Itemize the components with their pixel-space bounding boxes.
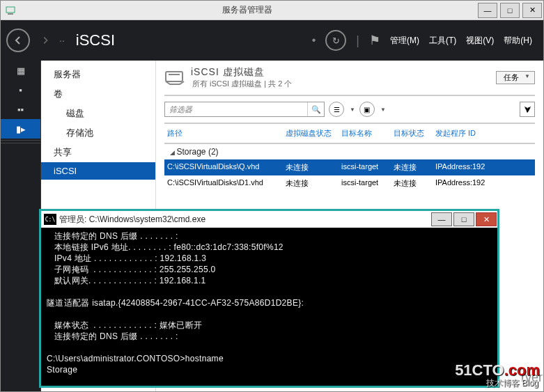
svg-rect-0 [6, 7, 15, 13]
chevron-down-icon: ▼ [380, 107, 386, 113]
cell-vstatus: 未连接 [283, 161, 339, 174]
nav-volumes[interactable]: 卷 [41, 84, 155, 104]
col-target[interactable]: 目标名称 [339, 127, 391, 140]
chevron-down-icon: ▼ [350, 107, 355, 113]
cell-target: iscsi-target [339, 177, 391, 190]
iscsi-table: 路径 虚拟磁盘状态 目标名称 目标状态 发起程序 ID Storage (2) … [164, 123, 535, 191]
cmd-maximize-button[interactable]: □ [453, 212, 474, 226]
breadcrumb-separator-icon: ·· [59, 35, 65, 46]
minimize-button[interactable]: — [478, 3, 497, 18]
flag-icon[interactable]: ⚑ [369, 33, 380, 48]
cell-path: C:\iSCSIVirtualDisks\D1.vhd [164, 177, 283, 190]
nav-iscsi[interactable]: iSCSI [41, 162, 155, 180]
svg-rect-1 [8, 13, 13, 15]
cmd-minimize-button[interactable]: — [431, 212, 452, 226]
cmd-output[interactable]: 连接特定的 DNS 后缀 . . . . . . . : 本地链接 IPv6 地… [41, 228, 497, 378]
col-path[interactable]: 路径 [164, 127, 283, 140]
file-storage-icon[interactable]: ▮▸ [1, 119, 40, 139]
nav-storage-pools[interactable]: 存储池 [41, 123, 155, 143]
section-subtitle: 所有 iSCSI 虚拟磁盘 | 共 2 个 [192, 79, 292, 89]
back-button[interactable] [6, 29, 30, 52]
tools-menu[interactable]: 工具(T) [429, 35, 456, 47]
close-button[interactable]: ✕ [522, 3, 542, 18]
svg-rect-2 [166, 72, 182, 81]
cell-vstatus: 未连接 [283, 177, 339, 190]
col-tstatus[interactable]: 目标状态 [391, 127, 433, 140]
section-icon [164, 70, 185, 86]
cell-path: C:\iSCSIVirtualDisks\Q.vhd [164, 161, 283, 174]
svg-rect-3 [169, 74, 180, 75]
section-title: iSCSI 虚拟磁盘 [191, 66, 292, 79]
local-server-icon[interactable]: ▪ [1, 80, 40, 100]
icon-bar: ▦ ▪ ▪▪ ▮▸ [1, 61, 41, 391]
filter-options-button[interactable]: ☰ [329, 102, 344, 117]
breadcrumb: iSCSI [76, 31, 115, 49]
cmd-icon: C:\ [44, 214, 56, 225]
tasks-dropdown[interactable]: 任务 [496, 71, 535, 84]
table-row[interactable]: C:\iSCSIVirtualDisks\Q.vhd 未连接 iscsi-tar… [164, 159, 535, 175]
breadcrumb-chevron-icon: • [312, 34, 316, 47]
filter-box: 🔍 [164, 102, 325, 117]
expand-button[interactable]: ⮟ [520, 102, 535, 117]
toolbar: 🔍 ☰▼ ▣▼ ⮟ [164, 95, 535, 117]
header-bar: ·· iSCSI • ↻ | ⚑ 管理(M) 工具(T) 视图(V) 帮助(H) [1, 20, 543, 61]
col-vstatus[interactable]: 虚拟磁盘状态 [283, 127, 339, 140]
manage-menu[interactable]: 管理(M) [390, 35, 419, 47]
group-header[interactable]: Storage (2) [164, 144, 535, 159]
separator-icon: | [356, 33, 359, 48]
save-query-button[interactable]: ▣ [359, 102, 375, 117]
nav-disks[interactable]: 磁盘 [41, 104, 155, 123]
forward-button[interactable] [38, 29, 52, 52]
table-row[interactable]: C:\iSCSIVirtualDisks\D1.vhd 未连接 iscsi-ta… [164, 175, 535, 191]
nav-servers[interactable]: 服务器 [41, 65, 155, 84]
watermark-sub: 技术博客 Blog [486, 377, 538, 389]
cmd-titlebar[interactable]: C:\ 管理员: C:\Windows\system32\cmd.exe — □… [41, 211, 497, 228]
nav-shares[interactable]: 共享 [41, 143, 155, 162]
app-icon [3, 3, 17, 17]
view-menu[interactable]: 视图(V) [466, 35, 494, 47]
filter-input[interactable] [165, 102, 307, 116]
refresh-button[interactable]: ↻ [325, 30, 346, 51]
cmd-close-button[interactable]: ✕ [476, 212, 497, 226]
maximize-button[interactable]: □ [500, 3, 520, 18]
drag-handle[interactable] [1, 140, 40, 143]
titlebar[interactable]: 服务器管理器 — □ ✕ [1, 1, 543, 20]
cell-initiator: IPAddress:192 [433, 161, 535, 174]
cmd-window: C:\ 管理员: C:\Windows\system32\cmd.exe — □… [39, 209, 499, 388]
help-menu[interactable]: 帮助(H) [504, 35, 532, 47]
dashboard-icon[interactable]: ▦ [1, 61, 40, 80]
cell-tstatus: 未连接 [391, 161, 433, 174]
cell-initiator: IPAddress:192 [433, 177, 535, 190]
col-initiator[interactable]: 发起程序 ID [433, 127, 535, 140]
cell-tstatus: 未连接 [391, 177, 433, 190]
window-title: 服务器管理器 [17, 4, 476, 16]
cell-target: iscsi-target [339, 161, 391, 174]
search-icon[interactable]: 🔍 [307, 102, 324, 116]
cmd-title: 管理员: C:\Windows\system32\cmd.exe [59, 214, 430, 226]
all-servers-icon[interactable]: ▪▪ [1, 100, 40, 119]
